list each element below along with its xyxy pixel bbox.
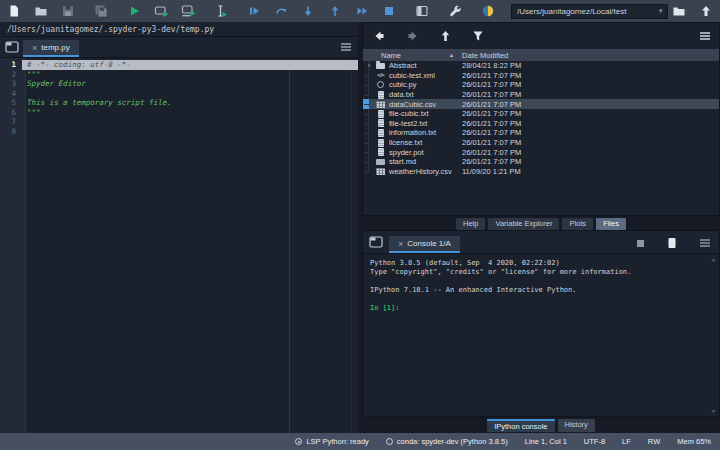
file-row[interactable]: license.txt 26/01/21 7:07 PM [363,138,719,148]
file-row[interactable]: weatherHistory.csv 11/09/20 1:21 PM [363,167,719,177]
inspect-object-icon[interactable] [667,237,677,249]
console-options-icon[interactable] [699,238,711,248]
text-file-icon [378,139,384,147]
code-text: Spyder Editor [22,79,358,89]
console-output[interactable]: Python 3.8.5 (default, Sep 4 2020, 02:22… [363,253,719,416]
debug-button[interactable] [246,3,262,19]
status-item[interactable]: UTF-8 [584,437,605,446]
forward-icon[interactable] [406,30,419,42]
console-tab[interactable]: × Console 1/A [389,236,460,253]
close-console-icon[interactable]: × [398,240,403,248]
run-cell-advance-button[interactable] [180,3,196,19]
parent-directory-button[interactable] [698,3,714,19]
line-number: 6 [0,108,22,118]
file-row[interactable]: cubic.py 26/01/21 7:07 PM [363,80,719,90]
stop-button[interactable] [381,3,397,19]
continue-button[interactable] [354,3,370,19]
file-date: 26/01/21 7:07 PM [462,138,521,147]
status-item-label: LF [622,437,631,446]
continue-icon [355,4,369,18]
filter-icon[interactable] [472,30,484,42]
run-selection-button[interactable] [213,3,229,19]
status-item[interactable]: Mem 65% [677,437,711,446]
status-item[interactable]: RW [648,437,660,446]
file-date: 26/01/21 7:07 PM [462,71,521,80]
console-tabbar: × Console 1/A [363,231,719,253]
step-over-button[interactable] [273,3,289,19]
code-editor[interactable]: 1 # -*- coding: utf-8 -*- 2 """ 3 Spyder… [0,57,358,433]
file-row[interactable]: › Abstract 28/04/21 8:22 PM [363,61,719,71]
file-row[interactable]: file-test2.txt 26/01/21 7:07 PM [363,119,719,129]
file-row[interactable]: spyder.pot 26/01/21 7:07 PM [363,147,719,157]
file-name: information.txt [389,128,455,137]
console-header-icons [636,237,711,249]
code-line: 7 [0,117,358,127]
pane-tab[interactable]: Files [596,218,626,230]
preferences-button[interactable] [447,3,463,19]
file-icon-slot [375,129,386,137]
step-over-icon [274,4,288,18]
file-row[interactable]: cubic-test.xml 26/01/21 7:07 PM [363,71,719,81]
close-tab-icon[interactable]: × [32,44,37,52]
pane-tab-label: Files [603,219,619,228]
markdown-file-icon [376,159,385,165]
step-into-button[interactable] [300,3,316,19]
file-row[interactable]: file-cubic.txt 26/01/21 7:07 PM [363,109,719,119]
maximize-pane-button[interactable] [414,3,430,19]
parent-folder-icon[interactable] [439,30,452,42]
scroll-up-icon[interactable]: ▲ [712,256,715,262]
run-button[interactable] [126,3,142,19]
save-all-icon [94,4,108,18]
working-directory-input[interactable] [511,4,668,19]
file-row[interactable]: dataCubic.csv 26/01/21 7:07 PM [363,99,719,109]
pane-tab[interactable]: Help [456,218,485,230]
file-row[interactable]: information.txt 26/01/21 7:07 PM [363,128,719,138]
file-row[interactable]: data.txt 26/01/21 7:07 PM [363,90,719,100]
console-pane-tab[interactable]: IPython console [487,419,554,432]
save-button[interactable] [60,3,76,19]
console-pane-tab[interactable]: History [558,419,595,432]
status-item[interactable]: Line 1, Col 1 [525,437,567,446]
browse-tabs-icon[interactable] [5,41,19,53]
pot-file-icon [378,148,384,156]
interrupt-kernel-icon[interactable] [636,239,645,248]
console-prompt: In [1]: [370,304,705,313]
editor-tab-temp-py[interactable]: × temp.py [23,40,79,57]
pane-tab-label: Variable Explorer [495,219,552,228]
file-name: cubic.py [389,80,455,89]
pane-tabs: Help Variable Explorer Plots Files [362,216,720,230]
line-number: 1 [0,60,22,70]
python-path-button[interactable] [480,3,496,19]
step-return-button[interactable] [327,3,343,19]
name-column-label: Name [381,51,401,60]
console-tab-label: Console 1/A [407,239,451,248]
date-column-header[interactable]: Date Modified [458,51,508,60]
open-file-button[interactable] [33,3,49,19]
browse-directory-button[interactable] [671,3,687,19]
working-directory-dropdown-icon[interactable]: ▼ [658,8,665,14]
scroll-down-icon[interactable]: ▼ [712,408,715,414]
code-text [22,127,358,137]
console-line [370,295,705,304]
console-pane-tabs: IPython console History [362,417,720,433]
console-scrollbar[interactable]: ▲ ▼ [709,255,718,415]
editor-options-icon[interactable] [340,42,352,52]
status-item[interactable]: conda: spyder-dev (Python 3.8.5) [386,437,508,446]
status-item[interactable]: LF [622,437,631,446]
browse-console-tabs-icon[interactable] [369,236,383,248]
files-options-icon[interactable] [699,31,711,41]
back-icon[interactable] [373,30,386,42]
new-file-button[interactable] [6,3,22,19]
expand-arrow-icon[interactable]: › [363,62,375,70]
name-column-header[interactable]: Name ▲ [363,51,458,60]
status-item-label: Line 1, Col 1 [525,437,567,446]
pane-tab[interactable]: Plots [562,218,593,230]
status-item[interactable]: LSP Python: ready [295,437,368,446]
text-file-icon [378,91,384,99]
run-cell-button[interactable] [153,3,169,19]
file-row[interactable]: start.md 26/01/21 7:07 PM [363,157,719,167]
pane-tab[interactable]: Variable Explorer [488,218,559,230]
code-line: 1 # -*- coding: utf-8 -*- [0,60,358,70]
save-all-button[interactable] [93,3,109,19]
spyder-main-window: ▼ /Users/juanitagomez/.spyder-py3-dev/te… [0,0,720,450]
